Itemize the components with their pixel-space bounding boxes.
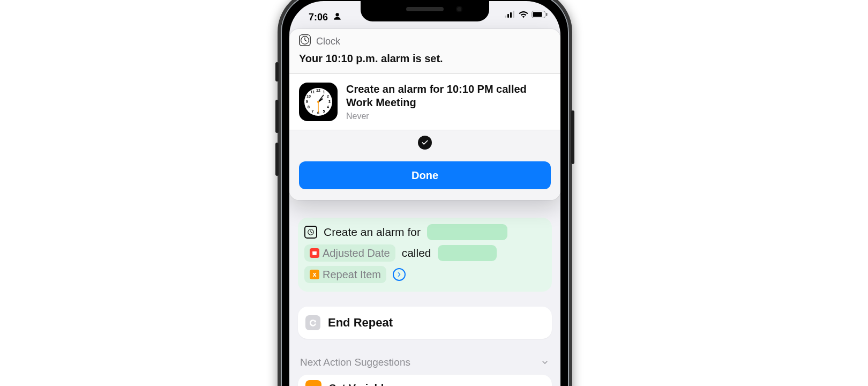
token-label: Adjusted Date [323, 247, 390, 259]
svg-text:5: 5 [323, 109, 325, 113]
clock-app-icon-small [299, 34, 311, 48]
wifi-icon [518, 11, 529, 18]
svg-rect-1 [505, 16, 506, 18]
volume-up-button [275, 100, 279, 133]
svg-text:10: 10 [306, 94, 311, 98]
svg-text:4: 4 [327, 105, 329, 109]
name-param-slot[interactable] [438, 245, 497, 261]
repeat-item-token[interactable]: x Repeat Item [304, 266, 386, 283]
done-button[interactable]: Done [299, 161, 551, 189]
calendar-icon [310, 248, 319, 258]
notch [361, 1, 489, 21]
suggestion-set-variable[interactable]: x Set Variable [298, 375, 552, 386]
speaker-grille [406, 7, 444, 11]
svg-rect-2 [507, 14, 509, 18]
svg-rect-4 [513, 11, 514, 18]
clock-app-icon: 1212 345 678 91011 [299, 83, 338, 121]
create-alarm-action[interactable]: Create an alarm for Adjusted Date called [298, 218, 552, 292]
svg-rect-33 [312, 251, 317, 253]
repeat-icon [305, 315, 320, 330]
cellular-icon [505, 11, 515, 18]
svg-rect-7 [546, 13, 548, 16]
battery-icon [532, 11, 548, 18]
front-camera [456, 6, 462, 12]
svg-text:8: 8 [308, 105, 310, 109]
svg-rect-3 [510, 12, 512, 18]
svg-point-28 [317, 101, 319, 103]
expand-action-button[interactable] [393, 268, 406, 281]
suggestions-header[interactable]: Next Action Suggestions [298, 356, 552, 368]
screen: 7:06 [289, 1, 560, 386]
volume-down-button [275, 143, 279, 176]
svg-text:11: 11 [311, 90, 315, 94]
app-name: Clock [316, 36, 340, 47]
end-repeat-label: End Repeat [328, 316, 393, 330]
status-time: 7:06 [309, 12, 328, 23]
svg-line-31 [311, 232, 312, 233]
phone-frame: 7:06 [278, 0, 572, 386]
variable-icon: x [305, 380, 321, 386]
result-message: Your 10:10 p.m. alarm is set. [289, 50, 560, 73]
svg-text:7: 7 [312, 109, 314, 113]
chevron-down-icon [540, 356, 550, 368]
alarm-row[interactable]: 1212 345 678 91011 Create an a [289, 74, 560, 130]
svg-text:1: 1 [323, 90, 325, 94]
mute-switch [275, 62, 279, 81]
svg-text:9: 9 [306, 100, 308, 103]
result-card: Clock Your 10:10 p.m. alarm is set. 1212… [289, 29, 560, 200]
alarm-title: Create an alarm for 10:10 PM called Work… [346, 83, 551, 109]
time-param-slot[interactable] [427, 224, 507, 240]
alarm-repeat: Never [346, 112, 551, 121]
power-button [571, 110, 574, 164]
action-middle: called [400, 246, 433, 261]
suggestion-label: Set Variable [329, 382, 390, 387]
adjusted-date-token[interactable]: Adjusted Date [304, 244, 395, 262]
success-check-icon [418, 136, 432, 150]
svg-text:3: 3 [328, 100, 331, 103]
clock-icon [304, 226, 317, 239]
svg-text:2: 2 [327, 94, 329, 98]
suggestions-title: Next Action Suggestions [300, 357, 410, 368]
variable-icon: x [310, 270, 319, 279]
svg-point-0 [335, 13, 339, 16]
action-prefix: Create an alarm for [321, 225, 423, 240]
end-repeat-action[interactable]: End Repeat [298, 307, 552, 339]
svg-text:12: 12 [316, 88, 320, 92]
token-label: Repeat Item [323, 269, 381, 281]
svg-rect-6 [533, 12, 542, 17]
user-icon [333, 12, 341, 20]
